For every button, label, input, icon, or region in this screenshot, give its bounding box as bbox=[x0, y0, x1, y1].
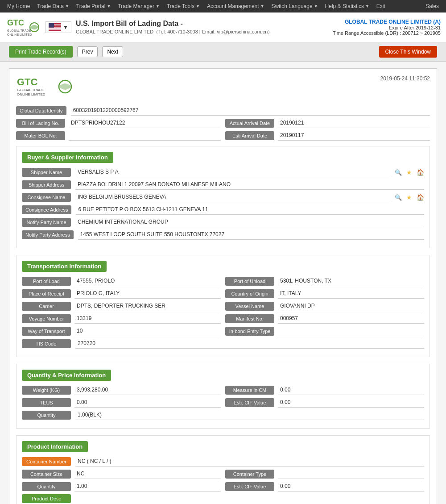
shipper-star-icon[interactable]: ★ bbox=[406, 169, 412, 176]
nav-exit[interactable]: Exit bbox=[373, 0, 389, 12]
record-logo-svg: GTC GLOBAL TRADE ONLINE LIMITED bbox=[16, 75, 74, 98]
product-section: Product Information Container Number NC … bbox=[16, 435, 430, 504]
voyage-number-label: Voyage Number bbox=[22, 314, 71, 323]
close-button-top[interactable]: Close This Window bbox=[379, 46, 437, 58]
nav-switch-language[interactable]: Switch Language ▼ bbox=[268, 0, 322, 12]
shipper-address-row: Shipper Address PIAZZA BOLDRINI 1 20097 … bbox=[22, 180, 424, 190]
hs-code-row: HS Code 270720 bbox=[22, 339, 424, 349]
weight-kg-value: 3,993,280.00 bbox=[74, 385, 221, 395]
nav-links: My Home Trade Data ▼ Trade Portal ▼ Trad… bbox=[4, 0, 389, 12]
way-of-transport-label: Way of Transport bbox=[22, 327, 71, 336]
next-button-top[interactable]: Next bbox=[102, 46, 123, 57]
product-desc-row: Product Desc bbox=[22, 494, 424, 503]
language-flag[interactable]: ▼ bbox=[45, 21, 71, 33]
buyer-supplier-section: Buyer & Supplier Information Shipper Nam… bbox=[16, 146, 430, 248]
svg-text:GLOBAL TRADE: GLOBAL TRADE bbox=[7, 29, 31, 32]
consignee-address-value: 6 RUE PETITOT P O BOX 5613 CH-1211 GENEV… bbox=[76, 205, 424, 215]
nav-trade-manager[interactable]: Trade Manager ▼ bbox=[114, 0, 163, 12]
shipper-address-label: Shipper Address bbox=[22, 180, 71, 189]
print-button-top[interactable]: Print Trade Record(s) bbox=[9, 46, 73, 58]
weight-kg-label: Weight (KG) bbox=[22, 386, 71, 395]
mater-bol-label: Mater BOL No. bbox=[16, 131, 65, 140]
consignee-address-row: Consignee Address 6 RUE PETITOT P O BOX … bbox=[22, 205, 424, 215]
global-data-identity-label: Global Data Identity bbox=[16, 106, 66, 115]
quantity-price-section: Quantity & Price Information Weight (KG)… bbox=[16, 364, 430, 429]
notify-party-address-row: Notify Party Address 1455 WEST LOOP SOUT… bbox=[22, 230, 424, 240]
mater-bol-value bbox=[69, 131, 221, 141]
global-data-identity-row: Global Data Identity 6003201901220000592… bbox=[16, 106, 430, 116]
page-subtitle: GLOBAL TRADE ONLINE LIMITED（Tel: 400-710… bbox=[76, 29, 273, 35]
transportation-section: Transportation Information Port of Load … bbox=[16, 255, 430, 357]
svg-text:ONLINE LIMITED: ONLINE LIMITED bbox=[7, 33, 32, 36]
company-logo: GTC GLOBAL TRADE ONLINE LIMITED bbox=[5, 16, 41, 38]
consignee-name-row: Consignee Name ING BELGIUM BRUSSELS GENE… bbox=[22, 192, 424, 202]
esti-cif-value-label: Esti. CIF Value bbox=[225, 398, 274, 407]
actual-arrival-date-value: 20190121 bbox=[278, 118, 430, 128]
page-title-block: U.S. Import Bill of Lading Data - GLOBAL… bbox=[76, 20, 273, 35]
nav-sales[interactable]: Sales bbox=[422, 3, 442, 9]
buyer-supplier-header: Buyer & Supplier Information bbox=[22, 152, 113, 163]
teus-value: 0.00 bbox=[74, 398, 221, 408]
shipper-address-value: PIAZZA BOLDRINI 1 20097 SAN DONATO MILAN… bbox=[75, 180, 424, 190]
container-number-value: NC ( NC / L / ) bbox=[75, 457, 424, 467]
shipper-house-icon[interactable]: 🏠 bbox=[417, 169, 424, 176]
country-of-origin-value: IT, ITALY bbox=[278, 289, 424, 299]
shipper-search-icon[interactable]: 🔍 bbox=[395, 169, 402, 176]
consignee-search-icon[interactable]: 🔍 bbox=[395, 194, 402, 201]
port-of-unload-label: Port of Unload bbox=[225, 277, 274, 286]
country-of-origin-label: Country of Origin bbox=[225, 289, 274, 298]
nav-account-management[interactable]: Account Management ▼ bbox=[203, 0, 268, 12]
action-bar-top: Print Trade Record(s) Prev Next Close Th… bbox=[0, 42, 446, 62]
consignee-house-icon[interactable]: 🏠 bbox=[417, 194, 424, 201]
us-flag-icon bbox=[49, 23, 61, 31]
esti-arrival-date-label: Esti Arrival Date bbox=[225, 131, 274, 140]
in-bond-entry-type-label: In-bond Entry Type bbox=[225, 327, 274, 336]
page-title: U.S. Import Bill of Lading Data - bbox=[76, 20, 273, 28]
measure-in-cm-label: Measure in CM bbox=[225, 386, 274, 395]
expire-info: Expire After 2019-12-31 bbox=[333, 25, 441, 30]
quantity-value: 1.00(BLK) bbox=[75, 410, 424, 420]
esti-cif-value-value: 0.00 bbox=[278, 398, 424, 408]
port-of-load-label: Port of Load bbox=[22, 277, 71, 286]
notify-party-name-value: CHEMIUM INTERNATIONAL GROUP bbox=[75, 217, 424, 227]
bill-of-lading-value: DPTSPRIOHOU27122 bbox=[69, 118, 221, 128]
container-size-value: NC bbox=[74, 469, 221, 479]
transportation-header: Transportation Information bbox=[22, 261, 107, 272]
notify-party-address-label: Notify Party Address bbox=[22, 230, 74, 239]
nav-my-home[interactable]: My Home bbox=[4, 0, 33, 12]
place-of-receipt-value: PRIOLO G, ITALY bbox=[74, 289, 221, 299]
shipper-name-label: Shipper Name bbox=[22, 168, 71, 177]
way-of-transport-value: 10 bbox=[74, 326, 221, 336]
prev-button-top[interactable]: Prev bbox=[77, 46, 98, 57]
manifest-no-label: Manifest No. bbox=[225, 314, 274, 323]
measure-in-cm-value: 0.00 bbox=[278, 385, 424, 395]
quantity-row: Quantity 1.00(BLK) bbox=[22, 410, 424, 420]
account-name: GLOBAL TRADE ONLINE LIMITED (A) bbox=[333, 19, 441, 25]
actual-arrival-date-label: Actual Arrival Date bbox=[225, 119, 274, 128]
svg-rect-10 bbox=[49, 29, 61, 30]
notify-party-name-label: Notify Party Name bbox=[22, 218, 71, 227]
nav-help-statistics[interactable]: Help & Statistics ▼ bbox=[322, 0, 373, 12]
nav-trade-data[interactable]: Trade Data ▼ bbox=[33, 0, 73, 12]
nav-trade-tools[interactable]: Trade Tools ▼ bbox=[163, 0, 203, 12]
place-of-receipt-label: Place of Receipt bbox=[22, 289, 71, 298]
manifest-no-value: 000957 bbox=[278, 314, 424, 324]
product-quantity-label: Quantity bbox=[22, 482, 71, 491]
notify-party-address-value: 1455 WEST LOOP SOUTH SUITE 550 HOUSTONTX… bbox=[78, 230, 424, 240]
svg-text:GTC: GTC bbox=[7, 18, 24, 27]
hs-code-label: HS Code bbox=[22, 339, 71, 348]
port-of-load-value: 47555, PRIOLO bbox=[74, 276, 221, 286]
product-header: Product Information bbox=[22, 441, 88, 452]
bill-of-lading-label: Bill of Lading No. bbox=[16, 119, 65, 128]
flag-dropdown-arrow: ▼ bbox=[63, 24, 68, 30]
carrier-value: DPTS, DEPORTER TRUCKING SER bbox=[74, 301, 221, 311]
svg-text:ONLINE LIMITED: ONLINE LIMITED bbox=[17, 92, 45, 96]
header-bar: GTC GLOBAL TRADE ONLINE LIMITED ▼ U.S. I… bbox=[0, 12, 446, 42]
consignee-name-label: Consignee Name bbox=[22, 193, 71, 202]
ldr-info: Time Range Accessible (LDR) : 200712 ~ 2… bbox=[333, 30, 441, 36]
consignee-star-icon[interactable]: ★ bbox=[406, 194, 412, 201]
in-bond-entry-type-value bbox=[278, 326, 424, 336]
nav-trade-portal[interactable]: Trade Portal ▼ bbox=[73, 0, 115, 12]
container-size-label: Container Size bbox=[22, 470, 71, 479]
notify-party-name-row: Notify Party Name CHEMIUM INTERNATIONAL … bbox=[22, 217, 424, 227]
